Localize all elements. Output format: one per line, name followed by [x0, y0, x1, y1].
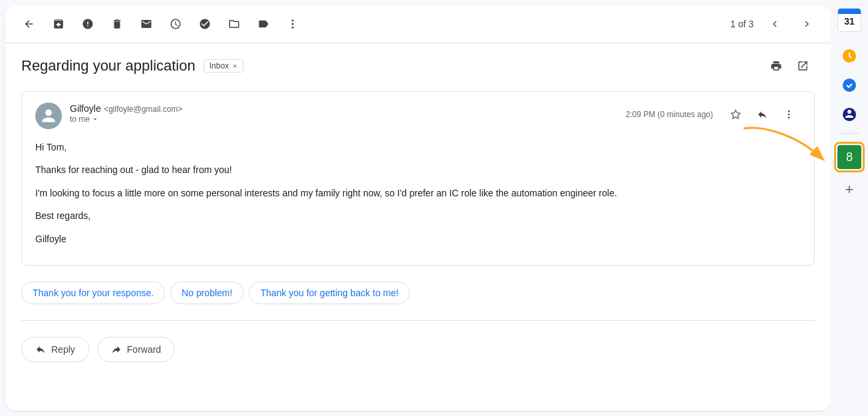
print-button[interactable]	[764, 54, 788, 78]
reply-inline-button[interactable]	[750, 103, 774, 126]
svg-point-1	[292, 23, 294, 25]
to-label: to me	[70, 114, 90, 124]
svg-point-7	[843, 79, 856, 92]
toolbar: 1 of 3	[5, 5, 831, 43]
contacts-app-button[interactable]	[836, 101, 863, 128]
highlighted-app-button[interactable]: 8	[834, 142, 865, 172]
add-icon: +	[845, 181, 854, 198]
sender-email: <gilfoyle@gmail.com>	[104, 104, 182, 114]
svg-point-4	[788, 114, 790, 116]
next-email-button[interactable]	[794, 11, 820, 37]
sender-info: Gilfoyle <gilfoyle@gmail.com> to me	[70, 103, 626, 124]
calendar-app-button[interactable]: 31	[835, 5, 864, 35]
email-subject: Regarding your application	[21, 57, 196, 75]
smart-reply-1[interactable]: Thank you for your response.	[21, 282, 165, 304]
email-time: 2:09 PM (0 minutes ago)	[626, 110, 713, 119]
prev-email-button[interactable]	[762, 11, 788, 37]
right-sidebar: 31	[831, 0, 868, 416]
divider	[21, 320, 815, 321]
subject-row: Regarding your application Inbox ×	[21, 54, 815, 78]
calendar-icon: 31	[837, 8, 861, 32]
sender-to: to me	[70, 114, 626, 124]
task-button[interactable]	[192, 11, 218, 37]
snooze-button[interactable]	[162, 11, 189, 37]
delete-button[interactable]	[104, 11, 130, 37]
email-header: Gilfoyle <gilfoyle@gmail.com> to me 2:09…	[35, 103, 801, 129]
back-button[interactable]	[16, 11, 43, 37]
reply-forward-row: Reply Forward	[21, 331, 815, 373]
star-button[interactable]	[724, 103, 748, 126]
body-thanks: Thanks for reaching out - glad to hear f…	[35, 162, 801, 177]
svg-point-2	[292, 27, 294, 29]
avatar	[35, 103, 62, 129]
mark-unread-button[interactable]	[133, 11, 160, 37]
archive-button[interactable]	[45, 11, 72, 37]
more-email-options-button[interactable]	[777, 103, 801, 126]
app-card-number: 8	[837, 145, 861, 169]
svg-point-5	[788, 116, 790, 118]
body-signature: Gilfoyle	[35, 232, 801, 246]
svg-point-0	[292, 19, 294, 21]
svg-point-3	[788, 110, 790, 112]
sidebar-divider	[839, 133, 860, 134]
tasks-app-button[interactable]	[836, 72, 863, 99]
add-app-button[interactable]: +	[837, 178, 861, 202]
keep-app-button[interactable]	[836, 43, 863, 69]
more-options-button[interactable]	[279, 11, 306, 37]
reply-button[interactable]: Reply	[21, 337, 89, 362]
inbox-tag-close[interactable]: ×	[233, 62, 237, 70]
pagination-text: 1 of 3	[730, 19, 754, 29]
inbox-tag-label: Inbox	[210, 61, 229, 71]
body-regards: Best regards,	[35, 208, 801, 223]
forward-button[interactable]: Forward	[97, 337, 175, 362]
smart-reply-2[interactable]: No problem!	[170, 282, 243, 304]
email-message: Gilfoyle <gilfoyle@gmail.com> to me 2:09…	[21, 91, 815, 266]
label-button[interactable]	[250, 11, 277, 37]
smart-replies-container: Thank you for your response. No problem!…	[21, 276, 815, 310]
forward-label: Forward	[127, 344, 161, 355]
smart-reply-3[interactable]: Thank you for getting back to me!	[249, 282, 410, 304]
move-to-button[interactable]	[221, 11, 247, 37]
report-spam-button[interactable]	[74, 11, 101, 37]
email-body: Hi Tom, Thanks for reaching out - glad t…	[35, 140, 801, 246]
email-content-area: Regarding your application Inbox ×	[5, 43, 831, 411]
open-in-new-button[interactable]	[791, 54, 815, 78]
email-meta: 2:09 PM (0 minutes ago)	[626, 103, 801, 126]
sender-name: Gilfoyle	[70, 103, 101, 114]
inbox-tag[interactable]: Inbox ×	[204, 59, 243, 73]
body-main: I'm looking to focus a little more on so…	[35, 186, 801, 200]
body-greeting: Hi Tom,	[35, 140, 801, 154]
reply-label: Reply	[51, 344, 75, 355]
